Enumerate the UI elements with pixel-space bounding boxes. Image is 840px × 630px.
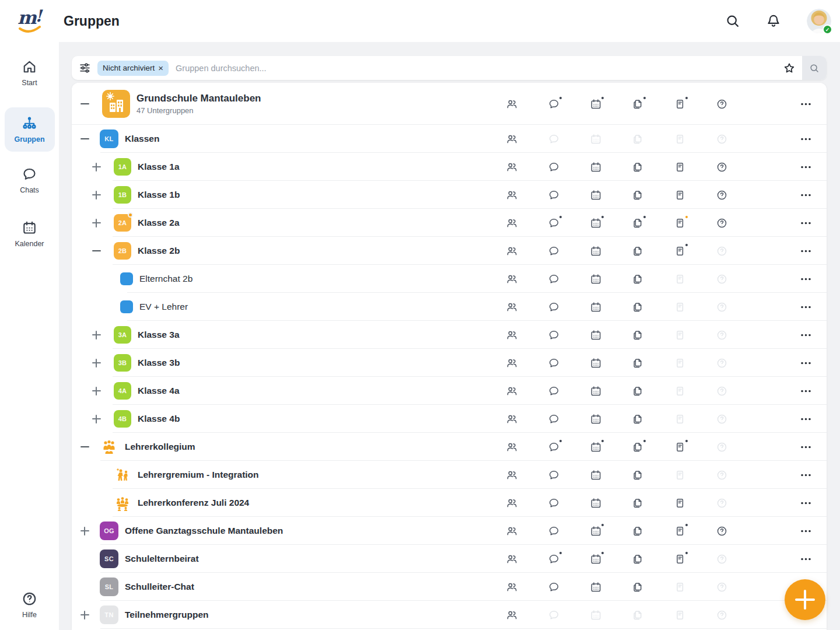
calendar-icon[interactable] bbox=[575, 581, 617, 593]
group-row[interactable]: 2B Klasse 2b bbox=[72, 237, 827, 265]
chat-icon[interactable] bbox=[533, 161, 575, 173]
members-icon[interactable] bbox=[491, 525, 533, 537]
more-menu-button[interactable] bbox=[785, 273, 827, 285]
help-circle-icon[interactable] bbox=[701, 161, 743, 173]
files-icon[interactable] bbox=[617, 301, 659, 313]
more-menu-button[interactable] bbox=[785, 217, 827, 229]
help-circle-icon[interactable] bbox=[701, 98, 743, 110]
members-icon[interactable] bbox=[491, 133, 533, 145]
notes-icon[interactable] bbox=[659, 98, 701, 110]
group-row[interactable]: KL Klassen bbox=[72, 125, 827, 153]
calendar-icon[interactable] bbox=[575, 217, 617, 229]
more-menu-button[interactable] bbox=[785, 441, 827, 453]
members-icon[interactable] bbox=[491, 469, 533, 481]
group-row[interactable]: SC Schulelternbeirat bbox=[72, 545, 827, 573]
calendar-icon[interactable] bbox=[575, 357, 617, 369]
more-menu-button[interactable] bbox=[785, 497, 827, 509]
members-icon[interactable] bbox=[491, 497, 533, 509]
chat-icon[interactable] bbox=[533, 329, 575, 341]
members-icon[interactable] bbox=[491, 553, 533, 565]
chat-icon[interactable] bbox=[533, 441, 575, 453]
files-icon[interactable] bbox=[617, 217, 659, 229]
notes-icon[interactable] bbox=[659, 553, 701, 565]
more-menu-button[interactable] bbox=[785, 189, 827, 201]
expander-toggle-icon[interactable] bbox=[90, 161, 102, 173]
calendar-icon[interactable] bbox=[575, 329, 617, 341]
group-row[interactable]: 3B Klasse 3b bbox=[72, 349, 827, 377]
more-menu-button[interactable] bbox=[785, 413, 827, 425]
calendar-icon[interactable] bbox=[575, 245, 617, 257]
members-icon[interactable] bbox=[491, 98, 533, 110]
files-icon[interactable] bbox=[617, 273, 659, 285]
more-menu-button[interactable] bbox=[785, 385, 827, 397]
help-circle-icon[interactable] bbox=[701, 189, 743, 201]
user-avatar[interactable]: ✓ bbox=[807, 9, 831, 33]
more-menu-button[interactable] bbox=[785, 357, 827, 369]
chat-icon[interactable] bbox=[533, 357, 575, 369]
files-icon[interactable] bbox=[617, 469, 659, 481]
chat-icon[interactable] bbox=[533, 301, 575, 313]
notes-icon[interactable] bbox=[659, 161, 701, 173]
more-menu-button[interactable] bbox=[785, 245, 827, 257]
calendar-icon[interactable] bbox=[575, 385, 617, 397]
more-menu-button[interactable] bbox=[785, 133, 827, 145]
members-icon[interactable] bbox=[491, 161, 533, 173]
files-icon[interactable] bbox=[617, 245, 659, 257]
chat-icon[interactable] bbox=[533, 413, 575, 425]
expander-toggle-icon[interactable] bbox=[90, 385, 102, 397]
files-icon[interactable] bbox=[617, 581, 659, 593]
calendar-icon[interactable] bbox=[575, 413, 617, 425]
files-icon[interactable] bbox=[617, 329, 659, 341]
expander-toggle-icon[interactable] bbox=[90, 413, 102, 425]
search-input[interactable] bbox=[169, 64, 776, 73]
search-submit-button[interactable] bbox=[802, 56, 827, 80]
chip-close-icon[interactable]: × bbox=[158, 63, 163, 73]
more-menu-button[interactable] bbox=[785, 301, 827, 313]
members-icon[interactable] bbox=[491, 329, 533, 341]
group-row[interactable]: 1A Klasse 1a bbox=[72, 153, 827, 181]
files-icon[interactable] bbox=[617, 189, 659, 201]
files-icon[interactable] bbox=[617, 98, 659, 110]
notes-icon[interactable] bbox=[659, 245, 701, 257]
group-row[interactable]: OG Offene Ganztagsschule Mantauleben bbox=[72, 517, 827, 545]
calendar-icon[interactable] bbox=[575, 98, 617, 110]
group-row[interactable]: SL Schulleiter-Chat bbox=[72, 573, 827, 601]
files-icon[interactable] bbox=[617, 357, 659, 369]
notes-icon[interactable] bbox=[659, 441, 701, 453]
more-menu-button[interactable] bbox=[785, 161, 827, 173]
notes-icon[interactable] bbox=[659, 217, 701, 229]
calendar-icon[interactable] bbox=[575, 161, 617, 173]
group-row[interactable]: Grundschule Mantauleben 47 Untergruppen bbox=[72, 83, 827, 125]
files-icon[interactable] bbox=[617, 525, 659, 537]
group-row[interactable]: 1B Klasse 1b bbox=[72, 181, 827, 209]
files-icon[interactable] bbox=[617, 385, 659, 397]
expander-toggle-icon[interactable] bbox=[79, 133, 90, 145]
calendar-icon[interactable] bbox=[575, 525, 617, 537]
expander-toggle-icon[interactable] bbox=[79, 609, 90, 621]
more-menu-button[interactable] bbox=[785, 469, 827, 481]
expander-toggle-icon[interactable] bbox=[79, 98, 90, 110]
notifications-bell-icon[interactable] bbox=[766, 13, 781, 29]
more-menu-button[interactable] bbox=[785, 553, 827, 565]
calendar-icon[interactable] bbox=[575, 497, 617, 509]
calendar-icon[interactable] bbox=[575, 301, 617, 313]
sidebar-item-chats[interactable]: Chats bbox=[5, 161, 55, 200]
members-icon[interactable] bbox=[491, 301, 533, 313]
calendar-icon[interactable] bbox=[575, 553, 617, 565]
chat-icon[interactable] bbox=[533, 273, 575, 285]
files-icon[interactable] bbox=[617, 413, 659, 425]
add-group-fab[interactable] bbox=[785, 579, 825, 620]
sidebar-item-gruppen[interactable]: Gruppen bbox=[5, 107, 55, 152]
more-menu-button[interactable] bbox=[785, 329, 827, 341]
notes-icon[interactable] bbox=[659, 189, 701, 201]
members-icon[interactable] bbox=[491, 273, 533, 285]
members-icon[interactable] bbox=[491, 189, 533, 201]
members-icon[interactable] bbox=[491, 245, 533, 257]
filter-options-icon[interactable] bbox=[72, 56, 97, 80]
group-row[interactable]: Lehrergremium - Integration bbox=[72, 461, 827, 489]
chat-icon[interactable] bbox=[533, 98, 575, 110]
help-circle-icon[interactable] bbox=[701, 525, 743, 537]
files-icon[interactable] bbox=[617, 553, 659, 565]
group-row[interactable]: Lehrerkollegium bbox=[72, 433, 827, 461]
notes-icon[interactable] bbox=[659, 525, 701, 537]
